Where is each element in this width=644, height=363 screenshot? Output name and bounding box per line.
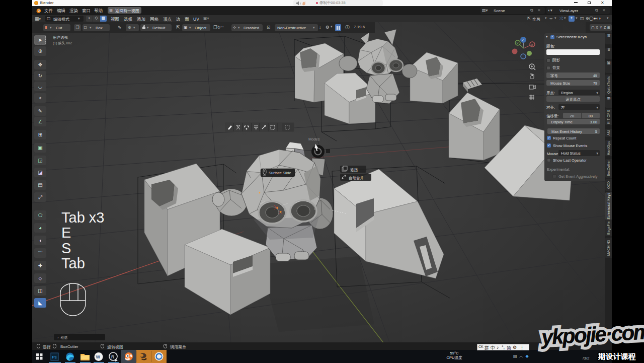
svg-text:用户透视: 用户透视 [53, 35, 68, 40]
svg-text:Surface Slide: Surface Slide [269, 171, 291, 175]
svg-text:Tab x3: Tab x3 [61, 209, 104, 226]
svg-text:Modes: Modes [308, 137, 320, 141]
svg-text:R: R [111, 354, 114, 359]
svg-text:X: X [531, 43, 533, 46]
svg-text:遮挡: 遮挡 [350, 168, 358, 172]
svg-text:Z: Z [522, 38, 524, 42]
svg-text:S: S [61, 240, 71, 256]
svg-text:E: E [61, 225, 71, 241]
svg-text:Tab: Tab [61, 255, 85, 271]
svg-text:(1) 猴头.002: (1) 猴头.002 [53, 41, 72, 45]
svg-text:› 框选: › 框选 [57, 336, 67, 340]
svg-text:自动合并: 自动合并 [349, 176, 364, 180]
svg-text:Y: Y [517, 42, 519, 45]
svg-text:Ps: Ps [52, 355, 57, 359]
svg-text:W: W [96, 354, 101, 359]
